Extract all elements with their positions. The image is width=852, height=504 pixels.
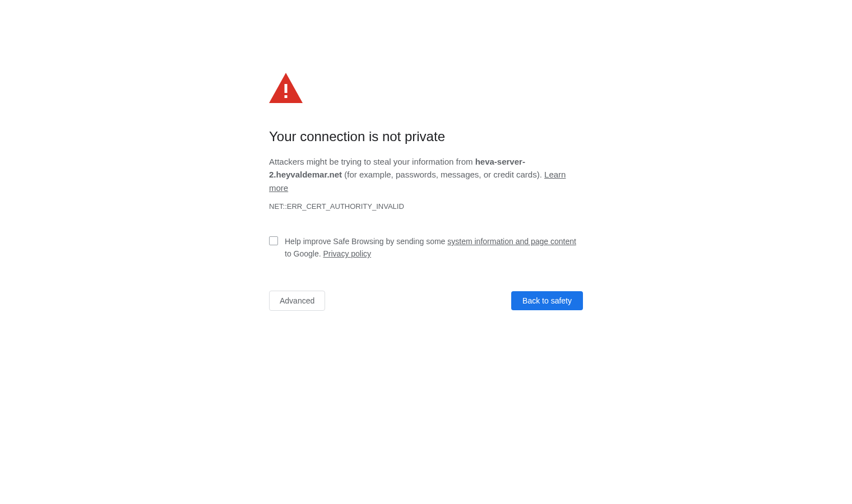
svg-rect-1 [285, 95, 288, 98]
back-to-safety-button[interactable]: Back to safety [511, 291, 583, 310]
button-row: Advanced Back to safety [269, 291, 583, 311]
description-prefix: Attackers might be trying to steal your … [269, 157, 475, 166]
system-info-link[interactable]: system information and page content [447, 237, 576, 246]
safe-browsing-opt-in: Help improve Safe Browsing by sending so… [269, 235, 583, 260]
warning-triangle-icon [269, 73, 583, 105]
ssl-warning-container: Your connection is not private Attackers… [269, 0, 583, 311]
checkbox-text-middle: to Google. [285, 249, 323, 258]
error-code: NET::ERR_CERT_AUTHORITY_INVALID [269, 202, 583, 211]
safe-browsing-checkbox[interactable] [269, 236, 278, 245]
checkbox-label: Help improve Safe Browsing by sending so… [285, 235, 583, 260]
advanced-button[interactable]: Advanced [269, 291, 325, 311]
description-suffix: (for example, passwords, messages, or cr… [342, 170, 544, 179]
svg-rect-0 [285, 84, 288, 93]
warning-description: Attackers might be trying to steal your … [269, 155, 583, 194]
privacy-policy-link[interactable]: Privacy policy [323, 249, 372, 258]
checkbox-text-prefix: Help improve Safe Browsing by sending so… [285, 237, 447, 246]
warning-title: Your connection is not private [269, 128, 583, 145]
